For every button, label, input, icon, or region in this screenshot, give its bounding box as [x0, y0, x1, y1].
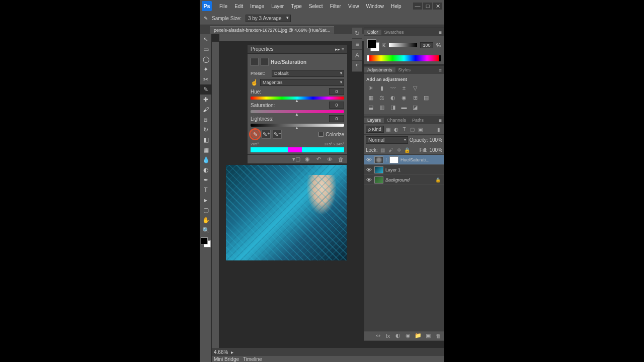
- magic-wand-tool[interactable]: ✦: [200, 64, 212, 74]
- gradient-map-icon[interactable]: ▬: [399, 103, 409, 111]
- layer-thumb[interactable]: [374, 166, 383, 173]
- move-tool[interactable]: ↖: [200, 34, 212, 44]
- clone-stamp-tool[interactable]: ⧈: [200, 115, 212, 125]
- color-balance-icon[interactable]: ⚖: [377, 94, 386, 102]
- lasso-tool[interactable]: ◯: [200, 54, 212, 64]
- visibility-toggle[interactable]: 👁: [365, 167, 372, 173]
- lightness-value[interactable]: 0: [329, 115, 344, 122]
- eyedropper-subtract-button[interactable]: ✎⁻: [273, 130, 282, 139]
- panel-menu-icon[interactable]: ≡: [437, 67, 444, 73]
- layer-row[interactable]: 👁 Layer 1: [364, 165, 444, 175]
- path-select-tool[interactable]: ▸: [200, 195, 212, 205]
- filter-shape-icon[interactable]: ▢: [409, 126, 416, 133]
- layer-name[interactable]: Layer 1: [385, 167, 400, 172]
- view-previous-icon[interactable]: ◉: [304, 156, 311, 163]
- dock-history-icon[interactable]: ↻: [352, 28, 362, 39]
- dock-paragraph-icon[interactable]: ¶: [352, 61, 362, 72]
- targeted-adjustment-icon[interactable]: ☝: [251, 79, 258, 86]
- healing-brush-tool[interactable]: ✚: [200, 95, 212, 105]
- gradient-tool[interactable]: ▦: [200, 145, 212, 155]
- visibility-toggle[interactable]: 👁: [365, 157, 372, 163]
- new-layer-icon[interactable]: ▣: [425, 332, 432, 339]
- curves-icon[interactable]: 〰: [388, 84, 397, 92]
- menu-type[interactable]: Type: [287, 4, 305, 9]
- menu-image[interactable]: Image: [247, 4, 268, 9]
- filter-toggle-icon[interactable]: ▮: [435, 126, 442, 133]
- filter-smart-icon[interactable]: ▣: [417, 126, 424, 133]
- styles-tab[interactable]: Styles: [395, 67, 414, 72]
- saturation-slider[interactable]: [251, 110, 344, 113]
- menu-edit[interactable]: Edit: [231, 4, 247, 9]
- color-range-strip[interactable]: [251, 147, 344, 152]
- posterize-icon[interactable]: ▥: [377, 103, 386, 111]
- layer-thumb[interactable]: [374, 176, 383, 184]
- brightness-contrast-icon[interactable]: ☀: [366, 84, 375, 92]
- channel-select[interactable]: Magentas: [260, 79, 344, 86]
- visibility-icon[interactable]: 👁: [326, 156, 333, 163]
- eyedropper-tool[interactable]: ✎: [200, 84, 212, 95]
- opacity-value[interactable]: 100%: [429, 137, 442, 143]
- saturation-value[interactable]: 0: [329, 102, 344, 109]
- k-slider[interactable]: [389, 43, 417, 47]
- mini-bridge-tab[interactable]: Mini Bridge: [214, 356, 239, 362]
- layer-name[interactable]: Background: [385, 177, 410, 183]
- filter-pixel-icon[interactable]: ▦: [385, 126, 392, 133]
- lightness-slider[interactable]: [251, 124, 344, 127]
- photo-filter-icon[interactable]: ◉: [399, 94, 409, 102]
- menu-view[interactable]: View: [345, 4, 363, 9]
- clip-to-layer-icon[interactable]: ▾▢: [293, 156, 300, 163]
- panel-menu-icon[interactable]: ≡: [437, 30, 444, 35]
- panel-collapse-icon[interactable]: ▸▸ ≡: [335, 47, 344, 52]
- preset-select[interactable]: Default: [272, 70, 344, 77]
- maximize-button[interactable]: □: [423, 3, 432, 10]
- paths-tab[interactable]: Paths: [409, 118, 427, 123]
- threshold-icon[interactable]: ◨: [388, 103, 397, 111]
- menu-window[interactable]: Window: [362, 4, 387, 9]
- reset-icon[interactable]: ↶: [315, 156, 322, 163]
- menu-help[interactable]: Help: [387, 4, 405, 9]
- channels-tab[interactable]: Channels: [384, 118, 409, 123]
- k-value[interactable]: 100: [420, 42, 433, 48]
- dock-properties-icon[interactable]: ≡: [352, 39, 362, 50]
- layer-row[interactable]: 👁 ⁞ Hue/Saturati...: [364, 155, 444, 165]
- swatches-tab[interactable]: Swatches: [381, 30, 407, 35]
- panel-menu-icon[interactable]: ≡: [437, 118, 444, 123]
- lock-all-icon[interactable]: 🔒: [404, 147, 410, 153]
- hue-slider[interactable]: [251, 97, 344, 100]
- mask-thumb[interactable]: [389, 156, 398, 163]
- adjustments-tab[interactable]: Adjustments: [364, 67, 395, 72]
- blur-tool[interactable]: 💧: [200, 155, 212, 165]
- visibility-toggle[interactable]: 👁: [365, 177, 372, 183]
- menu-filter[interactable]: Filter: [327, 4, 345, 9]
- new-group-icon[interactable]: 📁: [415, 332, 422, 339]
- layer-name[interactable]: Hue/Saturati...: [400, 157, 430, 162]
- minimize-button[interactable]: —: [413, 3, 422, 10]
- foreground-background-colors[interactable]: [201, 237, 211, 247]
- vibrance-icon[interactable]: ▽: [411, 84, 420, 92]
- selective-color-icon[interactable]: ◪: [411, 103, 420, 111]
- zoom-level[interactable]: 4.66%: [214, 349, 228, 355]
- type-tool[interactable]: T: [200, 185, 212, 195]
- blend-mode-select[interactable]: Normal: [366, 136, 408, 144]
- history-brush-tool[interactable]: ↻: [200, 125, 212, 135]
- hue-saturation-icon[interactable]: ▦: [366, 94, 375, 102]
- delete-icon[interactable]: 🗑: [337, 156, 344, 163]
- lock-position-icon[interactable]: ✥: [396, 147, 402, 153]
- eraser-tool[interactable]: ◧: [200, 135, 212, 145]
- timeline-tab[interactable]: Timeline: [243, 356, 262, 362]
- menu-layer[interactable]: Layer: [268, 4, 287, 9]
- layer-filter-kind[interactable]: ρ Kind: [366, 126, 384, 133]
- filter-adjustment-icon[interactable]: ◐: [393, 126, 400, 133]
- eyedropper-sample-button[interactable]: ✎: [251, 130, 260, 139]
- colorize-checkbox[interactable]: [318, 132, 324, 137]
- sample-size-select[interactable]: 3 by 3 Average: [246, 15, 291, 22]
- layer-style-icon[interactable]: fx: [384, 332, 391, 339]
- new-adjustment-icon[interactable]: ◉: [405, 332, 412, 339]
- invert-icon[interactable]: ⬓: [366, 103, 375, 111]
- color-swatches[interactable]: [367, 39, 379, 51]
- color-tab[interactable]: Color: [364, 30, 381, 35]
- filter-type-icon[interactable]: T: [401, 126, 408, 133]
- color-lookup-icon[interactable]: ▤: [422, 94, 431, 102]
- lock-transparent-icon[interactable]: ▦: [380, 147, 386, 153]
- black-white-icon[interactable]: ◐: [388, 94, 397, 102]
